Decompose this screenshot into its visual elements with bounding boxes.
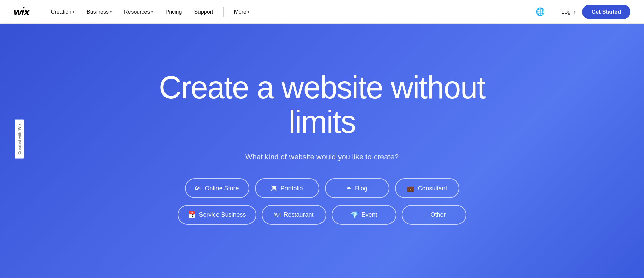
hero-section: Create a website without limits What kin…: [0, 24, 644, 278]
nav-pricing[interactable]: Pricing: [160, 6, 187, 18]
type-online-store[interactable]: 🛍 Online Store: [185, 178, 249, 198]
event-icon: 💎: [351, 211, 358, 219]
chevron-down-icon: ▾: [248, 10, 249, 14]
type-blog[interactable]: ✒ Blog: [325, 178, 389, 198]
nav-business[interactable]: Business ▾: [82, 6, 117, 18]
get-started-button[interactable]: Get Started: [582, 5, 630, 19]
navbar: wix Creation ▾ Business ▾ Resources ▾ Pr…: [0, 0, 644, 24]
hero-subtitle: What kind of website would you like to c…: [245, 153, 399, 161]
nav-divider: [223, 7, 224, 17]
website-types-row-1: 🛍 Online Store 🖼 Portfolio ✒ Blog 💼 Cons…: [185, 178, 459, 198]
restaurant-icon: 🍽: [274, 211, 280, 219]
nav-more[interactable]: More ▾: [229, 6, 254, 18]
wix-logo[interactable]: wix: [14, 5, 29, 18]
website-types-container: 🛍 Online Store 🖼 Portfolio ✒ Blog 💼 Cons…: [178, 178, 466, 225]
globe-icon[interactable]: 🌐: [536, 7, 545, 16]
type-other[interactable]: ··· Other: [402, 205, 466, 225]
type-portfolio[interactable]: 🖼 Portfolio: [255, 178, 319, 198]
navbar-right: 🌐 Log In Get Started: [536, 5, 630, 19]
type-service-business[interactable]: 📅 Service Business: [178, 205, 256, 225]
service-business-icon: 📅: [188, 211, 195, 219]
chevron-down-icon: ▾: [73, 10, 74, 14]
hero-title: Create a website without limits: [135, 70, 509, 139]
blog-icon: ✒: [347, 185, 352, 192]
nav-support[interactable]: Support: [189, 6, 218, 18]
nav-menu: Creation ▾ Business ▾ Resources ▾ Pricin…: [46, 6, 536, 18]
chevron-down-icon: ▾: [110, 10, 112, 14]
chevron-down-icon: ▾: [151, 10, 153, 14]
online-store-icon: 🛍: [195, 185, 201, 192]
type-event[interactable]: 💎 Event: [332, 205, 396, 225]
nav-resources[interactable]: Resources ▾: [119, 6, 158, 18]
portfolio-icon: 🖼: [271, 185, 277, 192]
website-types-row-2: 📅 Service Business 🍽 Restaurant 💎 Event …: [178, 205, 466, 225]
type-consultant[interactable]: 💼 Consultant: [395, 178, 459, 198]
login-button[interactable]: Log In: [561, 9, 576, 15]
nav-creation[interactable]: Creation ▾: [46, 6, 79, 18]
other-icon: ···: [422, 211, 427, 219]
consultant-icon: 💼: [407, 185, 414, 192]
nav-divider-2: [553, 7, 553, 17]
side-label: Created with Wix: [15, 119, 24, 158]
type-restaurant[interactable]: 🍽 Restaurant: [262, 205, 326, 225]
